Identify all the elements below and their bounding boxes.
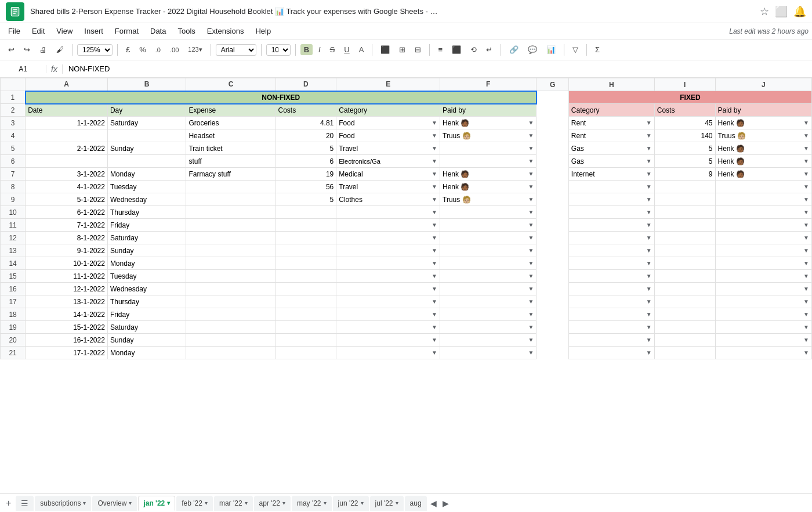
cell-E14[interactable]: ▼ <box>336 257 440 270</box>
cell-H17[interactable]: ▼ <box>568 295 654 308</box>
cell-J16[interactable]: ▼ <box>715 283 811 295</box>
cell-E16[interactable]: ▼ <box>336 283 440 295</box>
underline-button[interactable]: U <box>340 44 353 55</box>
cell-H4[interactable]: Rent▼ <box>568 129 654 142</box>
cell-A20[interactable]: 16-1-2022 <box>26 334 108 347</box>
cell-B6[interactable] <box>107 155 186 168</box>
cell-F12[interactable]: ▼ <box>440 232 536 244</box>
print-button[interactable]: 🖨 <box>36 44 50 55</box>
cell-E21[interactable]: ▼ <box>336 347 440 359</box>
cell-B12[interactable]: Saturday <box>107 232 186 244</box>
cell-A14[interactable]: 10-1-2022 <box>26 257 108 270</box>
add-sheet-button[interactable]: + <box>2 497 14 510</box>
cell-B4[interactable] <box>107 129 186 142</box>
fill-color-button[interactable]: ⬛ <box>377 44 393 55</box>
cell-C17[interactable] <box>186 295 276 308</box>
tab-jan22[interactable]: jan '22 ▾ <box>138 496 175 511</box>
cell-A8[interactable]: 4-1-2022 <box>26 181 108 193</box>
cell-H6[interactable]: Gas▼ <box>568 155 654 168</box>
cell-E4[interactable]: Food▼ <box>336 129 440 142</box>
cell-E8[interactable]: Travel▼ <box>336 181 440 193</box>
cell-E18[interactable]: ▼ <box>336 308 440 321</box>
filter-button[interactable]: ▽ <box>569 44 582 55</box>
cell-A7[interactable]: 3-1-2022 <box>26 168 108 181</box>
cell-H20[interactable]: ▼ <box>568 334 654 347</box>
tab-overview[interactable]: Overview ▾ <box>92 496 137 511</box>
cell-H3[interactable]: Rent▼ <box>568 117 654 129</box>
paint-button[interactable]: 🖌 <box>53 44 67 55</box>
cell-C4[interactable]: Headset <box>186 129 276 142</box>
cell-B2[interactable]: Day <box>107 104 186 117</box>
cell-H16[interactable]: ▼ <box>568 283 654 295</box>
cell-D16[interactable] <box>276 283 336 295</box>
cell-C21[interactable] <box>186 347 276 359</box>
cell-D6[interactable]: 6 <box>276 155 336 168</box>
cell-I18[interactable] <box>654 308 715 321</box>
col-header-D[interactable]: D <box>276 78 336 91</box>
cell-D19[interactable] <box>276 321 336 334</box>
cell-D21[interactable] <box>276 347 336 359</box>
cell-I20[interactable] <box>654 334 715 347</box>
cell-A18[interactable]: 14-1-2022 <box>26 308 108 321</box>
menu-insert[interactable]: Insert <box>79 26 108 37</box>
cell-B19[interactable]: Saturday <box>107 321 186 334</box>
col-header-H[interactable]: H <box>568 78 654 91</box>
cell-F19[interactable]: ▼ <box>440 321 536 334</box>
cell-B15[interactable]: Tuesday <box>107 270 186 283</box>
cell-J7[interactable]: Henk 🧑🏾▼ <box>715 168 811 181</box>
cell-E15[interactable]: ▼ <box>336 270 440 283</box>
cell-D11[interactable] <box>276 219 336 232</box>
cell-E5[interactable]: Travel▼ <box>336 142 440 155</box>
cell-A13[interactable]: 9-1-2022 <box>26 244 108 257</box>
cell-B16[interactable]: Wednesday <box>107 283 186 295</box>
cell-I3[interactable]: 45 <box>654 117 715 129</box>
cell-E13[interactable]: ▼ <box>336 244 440 257</box>
cell-J10[interactable]: ▼ <box>715 206 811 219</box>
cell-C5[interactable]: Train ticket <box>186 142 276 155</box>
cell-F15[interactable]: ▼ <box>440 270 536 283</box>
tab-aug[interactable]: aug <box>405 496 427 511</box>
tab-jun22[interactable]: jun '22 ▾ <box>333 496 369 511</box>
cell-B3[interactable]: Saturday <box>107 117 186 129</box>
bold-button[interactable]: B <box>300 44 313 55</box>
cell-B9[interactable]: Wednesday <box>107 193 186 206</box>
cell-C11[interactable] <box>186 219 276 232</box>
text-color-button[interactable]: A <box>356 44 368 55</box>
cell-A17[interactable]: 13-1-2022 <box>26 295 108 308</box>
cell-D18[interactable] <box>276 308 336 321</box>
cell-C8[interactable] <box>186 181 276 193</box>
cell-H8[interactable]: ▼ <box>568 181 654 193</box>
cell-I8[interactable] <box>654 181 715 193</box>
cell-F11[interactable]: ▼ <box>440 219 536 232</box>
cell-J20[interactable]: ▼ <box>715 334 811 347</box>
cell-A12[interactable]: 8-1-2022 <box>26 232 108 244</box>
cell-F7[interactable]: Henk 🧑🏾▼ <box>440 168 536 181</box>
cell-H1[interactable]: FIXED <box>568 91 811 104</box>
cell-C10[interactable] <box>186 206 276 219</box>
cell-F6[interactable]: ▼ <box>440 155 536 168</box>
cell-D3[interactable]: 4.81 <box>276 117 336 129</box>
cell-C7[interactable]: Farmacy stuff <box>186 168 276 181</box>
cell-B18[interactable]: Friday <box>107 308 186 321</box>
cell-J6[interactable]: Henk 🧑🏾▼ <box>715 155 811 168</box>
cell-J14[interactable]: ▼ <box>715 257 811 270</box>
cell-I9[interactable] <box>654 193 715 206</box>
cell-J8[interactable]: ▼ <box>715 181 811 193</box>
cell-A2[interactable]: Date <box>26 104 108 117</box>
cell-I12[interactable] <box>654 232 715 244</box>
tab-nav-right[interactable]: ▶ <box>440 497 451 509</box>
cell-C13[interactable] <box>186 244 276 257</box>
notification-icon[interactable]: 🔔 <box>793 5 806 18</box>
cell-H18[interactable]: ▼ <box>568 308 654 321</box>
percent-button[interactable]: % <box>136 44 150 55</box>
cell-F20[interactable]: ▼ <box>440 334 536 347</box>
cell-E17[interactable]: ▼ <box>336 295 440 308</box>
cell-J17[interactable]: ▼ <box>715 295 811 308</box>
strikethrough-button[interactable]: S <box>327 44 339 55</box>
col-header-A[interactable]: A <box>26 78 108 91</box>
decimal0-button[interactable]: .0 <box>152 45 164 55</box>
col-header-B[interactable]: B <box>107 78 186 91</box>
cell-H7[interactable]: Internet▼ <box>568 168 654 181</box>
cell-B5[interactable]: Sunday <box>107 142 186 155</box>
cell-I5[interactable]: 5 <box>654 142 715 155</box>
